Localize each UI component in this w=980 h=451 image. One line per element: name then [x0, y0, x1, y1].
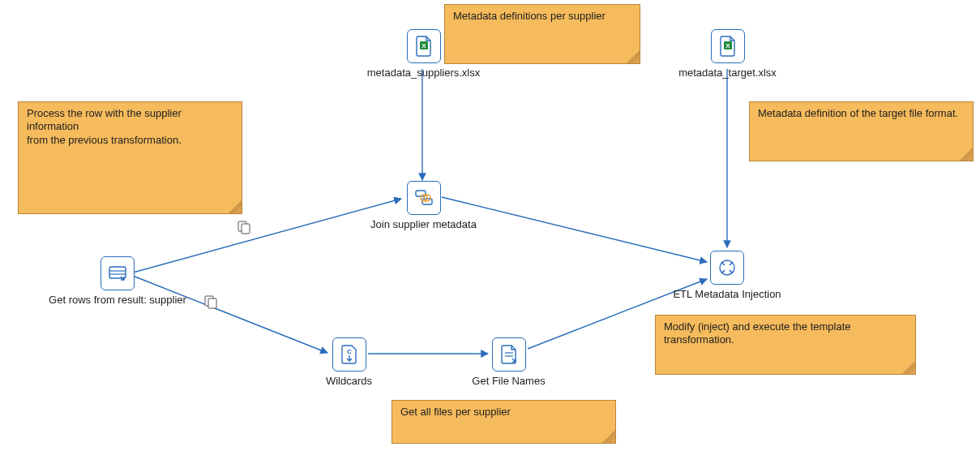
note-modify-inject[interactable]: Modify (inject) and execute the template… — [655, 315, 916, 375]
note-process-row[interactable]: Process the row with the supplier inform… — [18, 101, 242, 214]
step-label: metadata_target.xlsx — [669, 67, 786, 79]
get-file-names-icon — [492, 337, 526, 372]
step-merge-join[interactable]: Join supplier metadata — [361, 181, 486, 230]
step-label: Wildcards — [319, 375, 379, 387]
excel-file-icon: X — [711, 29, 745, 63]
svg-rect-10 — [208, 299, 216, 308]
step-label: ETL Metadata Injection — [662, 288, 792, 300]
note-text: Metadata definitions per supplier — [453, 10, 606, 22]
svg-rect-18 — [416, 191, 426, 196]
svg-rect-8 — [242, 224, 250, 234]
svg-text:C: C — [347, 348, 352, 355]
svg-text:X: X — [422, 42, 426, 49]
step-label: Get File Names — [466, 375, 551, 387]
note-text: Process the row with the supplier inform… — [27, 107, 182, 146]
distribute-copy-icon — [238, 221, 252, 235]
excel-file-icon: X — [407, 29, 441, 63]
distribute-copy-icon — [204, 295, 219, 310]
svg-rect-15 — [109, 267, 126, 278]
note-text: Get all files per supplier — [400, 406, 511, 418]
rows-from-result-icon — [101, 256, 135, 290]
metadata-injection-icon — [710, 251, 744, 285]
step-add-constants[interactable]: C Wildcards — [319, 337, 379, 387]
note-text: Metadata definition of the target file f… — [758, 107, 958, 119]
svg-text:X: X — [725, 42, 730, 49]
step-label: metadata_suppliers.xlsx — [357, 67, 490, 79]
constants-icon: C — [332, 337, 366, 372]
step-get-rows-from-result[interactable]: Get rows from result: supplier — [36, 256, 199, 306]
step-etl-metadata-injection[interactable]: ETL Metadata Injection — [662, 251, 792, 300]
step-label: Get rows from result: supplier — [36, 294, 199, 306]
note-text: Modify (inject) and execute the template… — [664, 320, 851, 346]
step-get-file-names[interactable]: Get File Names — [466, 337, 551, 387]
note-get-all-files[interactable]: Get all files per supplier — [392, 400, 616, 444]
merge-join-icon — [407, 181, 441, 215]
note-target-file-format[interactable]: Metadata definition of the target file f… — [749, 101, 974, 161]
step-label: Join supplier metadata — [361, 218, 486, 230]
step-excel-input-target[interactable]: X metadata_target.xlsx — [669, 29, 786, 79]
note-metadata-per-supplier[interactable]: Metadata definitions per supplier — [444, 4, 640, 64]
